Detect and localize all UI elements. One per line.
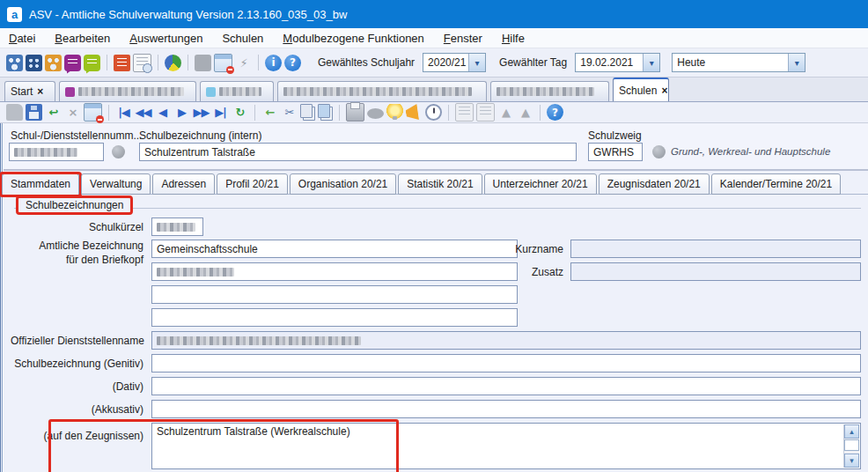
subtab-adressen[interactable]: Adressen bbox=[152, 173, 215, 195]
close-tab-icon[interactable]: × bbox=[661, 85, 667, 97]
tab-redacted-4[interactable] bbox=[490, 81, 609, 101]
kurzname-field[interactable] bbox=[570, 240, 861, 258]
subtab-unterzeichner-20-21[interactable]: Unterzeichner 20/21 bbox=[484, 173, 597, 195]
menu-hilfe[interactable]: Hilfe bbox=[502, 32, 525, 45]
genitiv-field[interactable] bbox=[151, 354, 861, 372]
navigate-back-icon[interactable]: ← bbox=[261, 104, 278, 121]
briefkopf-value-1: Gemeinschaftsschule bbox=[157, 243, 258, 255]
detach-view-icon[interactable] bbox=[84, 103, 102, 122]
tab-redacted-1[interactable] bbox=[59, 81, 196, 101]
tab-redacted-2[interactable] bbox=[200, 81, 274, 101]
upload-disabled-1-icon[interactable]: ▲ bbox=[497, 104, 514, 121]
print-icon[interactable] bbox=[346, 103, 364, 122]
chevron-down-icon[interactable]: ▾ bbox=[643, 54, 659, 71]
info-dot-icon[interactable] bbox=[112, 145, 125, 159]
export-disabled-icon[interactable] bbox=[367, 108, 384, 119]
fast-forward-icon[interactable]: ▶▶ bbox=[193, 104, 210, 121]
statistics-pie-icon[interactable] bbox=[165, 55, 181, 71]
new-record-disabled-icon[interactable] bbox=[6, 104, 23, 121]
close-module-icon[interactable] bbox=[214, 54, 232, 72]
previous-record-icon[interactable]: ◀ bbox=[154, 104, 171, 121]
tab-schulen[interactable]: Schulen× bbox=[613, 77, 669, 101]
quick-action-disabled-icon[interactable]: ⚡ bbox=[235, 55, 252, 71]
subtab-profil-20-21[interactable]: Profil 20/21 bbox=[217, 173, 288, 195]
menu-modulbezogene-funktionen[interactable]: Modulbezogene Funktionen bbox=[283, 32, 423, 45]
school-building-icon[interactable] bbox=[26, 55, 42, 71]
schoolyear-select[interactable]: 2020/21 ▾ bbox=[423, 53, 486, 72]
subtab-wrap: Zeugnisdaten 20/21 bbox=[599, 173, 710, 195]
zeugnisse-textarea[interactable]: Schulzentrum Talstraße (Werkrealschule) … bbox=[151, 423, 861, 469]
toolbar-separator bbox=[339, 105, 340, 121]
subtab-kalender-termine-20-21[interactable]: Kalender/Termine 20/21 bbox=[711, 173, 841, 195]
dativ-field[interactable] bbox=[151, 377, 861, 395]
first-record-icon[interactable]: |◀ bbox=[115, 104, 132, 121]
redacted-tab-label bbox=[283, 87, 472, 96]
menu-auswertungen[interactable]: Auswertungen bbox=[129, 32, 202, 45]
help-icon[interactable]: ? bbox=[284, 55, 301, 71]
users-group-icon[interactable] bbox=[6, 55, 23, 71]
scrollbar-thumb[interactable] bbox=[844, 439, 859, 451]
zusatz-field[interactable] bbox=[570, 262, 861, 281]
close-tab-icon[interactable]: × bbox=[37, 85, 43, 98]
journal-disabled-2-icon[interactable] bbox=[476, 103, 495, 122]
vertical-scrollbar[interactable]: ▴ ▾ bbox=[843, 424, 859, 468]
subtab-bar: StammdatenVerwaltungAdressenProfil 20/21… bbox=[2, 173, 841, 195]
paste-icon[interactable] bbox=[318, 104, 330, 118]
chevron-down-icon[interactable]: ▾ bbox=[468, 54, 485, 71]
school-number-field[interactable] bbox=[9, 143, 104, 161]
info-icon[interactable]: i bbox=[265, 55, 282, 71]
report-red-icon[interactable] bbox=[114, 55, 130, 71]
schulkuerzel-field[interactable] bbox=[151, 218, 203, 236]
staff-group-icon[interactable] bbox=[45, 55, 62, 71]
redacted-value bbox=[14, 148, 77, 157]
subtab-wrap: Unterzeichner 20/21 bbox=[484, 173, 597, 195]
last-record-icon[interactable]: ▶| bbox=[212, 104, 229, 121]
fast-backward-icon[interactable]: ◀◀ bbox=[135, 104, 151, 121]
upload-disabled-2-icon[interactable]: ▲ bbox=[517, 104, 533, 121]
school-name-label: Schulbezeichnung (intern) bbox=[139, 129, 261, 142]
subtab-organisation-20-21[interactable]: Organisation 20/21 bbox=[290, 173, 396, 195]
scroll-down-icon[interactable]: ▾ bbox=[844, 454, 859, 468]
briefkopf-field-1[interactable]: Gemeinschaftsschule bbox=[151, 240, 518, 258]
note-green-icon[interactable] bbox=[84, 55, 100, 71]
akkusativ-field[interactable] bbox=[151, 400, 861, 418]
scroll-up-icon[interactable]: ▴ bbox=[844, 424, 859, 439]
subtab-stammdaten[interactable]: Stammdaten bbox=[2, 173, 79, 195]
briefkopf-field-2[interactable] bbox=[151, 262, 518, 281]
journal-disabled-1-icon[interactable] bbox=[455, 103, 474, 122]
cut-icon[interactable]: ✂ bbox=[281, 104, 298, 121]
stamp-disabled-icon[interactable] bbox=[195, 55, 211, 71]
menu-datei[interactable]: Datei bbox=[9, 32, 35, 45]
school-name-field[interactable]: Schulzentrum Talstraße bbox=[139, 143, 577, 161]
save-icon[interactable] bbox=[26, 104, 42, 121]
day-select[interactable]: 19.02.2021 ▾ bbox=[575, 53, 660, 72]
menu-bearbeiten[interactable]: Bearbeiten bbox=[55, 32, 110, 45]
akkusativ-label: (Akkusativ) bbox=[11, 403, 143, 416]
planner-journal-icon[interactable] bbox=[133, 54, 151, 72]
delete-disabled-icon[interactable]: × bbox=[64, 104, 81, 121]
chevron-down-icon[interactable]: ▾ bbox=[788, 54, 805, 71]
next-record-icon[interactable]: ▶ bbox=[173, 104, 190, 121]
menu-schulen[interactable]: Schulen bbox=[222, 32, 263, 45]
subtab-zeugnisdaten-20-21[interactable]: Zeugnisdaten 20/21 bbox=[599, 173, 710, 195]
help-icon[interactable]: ? bbox=[547, 104, 563, 121]
tip-bulb-icon[interactable] bbox=[386, 104, 403, 121]
day-preset-select[interactable]: Heute ▾ bbox=[672, 53, 805, 72]
subtab-statistik-20-21[interactable]: Statistik 20/21 bbox=[398, 173, 482, 195]
branch-field[interactable]: GWRHS bbox=[588, 143, 643, 161]
tab-start[interactable]: Start× bbox=[4, 81, 55, 101]
refresh-icon[interactable]: ↻ bbox=[232, 104, 248, 121]
note-purple-icon[interactable] bbox=[64, 55, 81, 71]
reminder-clock-icon[interactable] bbox=[425, 104, 442, 121]
announce-horn-icon[interactable] bbox=[405, 103, 423, 122]
undo-icon[interactable]: ↩ bbox=[45, 104, 62, 121]
info-dot-icon[interactable] bbox=[652, 145, 666, 159]
tab-redacted-3[interactable] bbox=[277, 81, 487, 101]
menu-fenster[interactable]: Fenster bbox=[444, 32, 482, 45]
briefkopf-field-3[interactable] bbox=[151, 285, 518, 304]
subtab-verwaltung[interactable]: Verwaltung bbox=[81, 173, 151, 195]
toolbar-separator bbox=[448, 105, 449, 121]
dienststellenname-field[interactable] bbox=[151, 331, 861, 350]
briefkopf-field-4[interactable] bbox=[151, 308, 518, 327]
copy-icon[interactable] bbox=[300, 104, 313, 118]
